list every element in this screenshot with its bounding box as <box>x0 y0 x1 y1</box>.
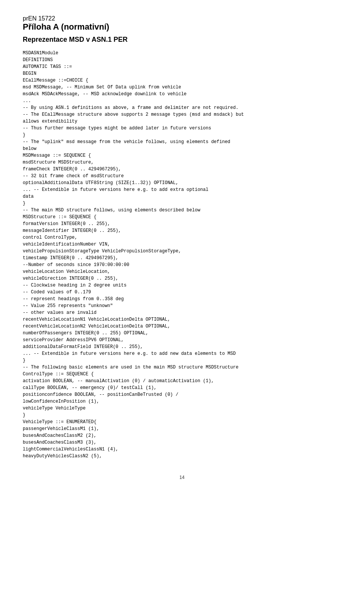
doc-number: prEN 15722 <box>23 15 55 22</box>
page-number: 14 <box>179 475 184 480</box>
page-title: Příloha A (normativní) <box>23 22 341 32</box>
page-subtitle: Reprezentace MSD v ASN.1 PER <box>23 36 341 44</box>
page-header: prEN 15722 <box>23 15 341 22</box>
code-content: MSDASN1Module DEFINITIONS AUTOMATIC TAGS… <box>23 50 341 460</box>
